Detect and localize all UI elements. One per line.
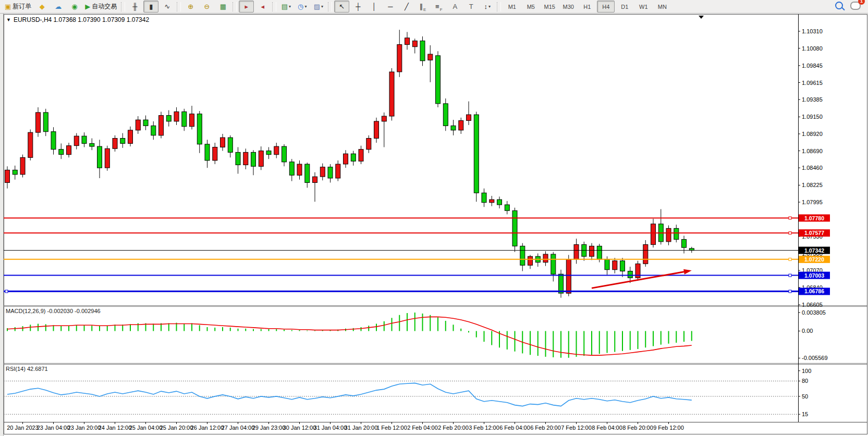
line-chart-button[interactable]: ∿ xyxy=(160,1,175,13)
auto-scroll-icon: ▸ xyxy=(245,3,249,10)
equidistant-channel-button[interactable]: ∥E xyxy=(415,1,430,13)
axis-tick-label: 1.09385 xyxy=(802,96,823,103)
chevron-down-icon[interactable]: ▾ xyxy=(304,4,307,9)
zoom-out-icon: ⊖ xyxy=(204,3,210,10)
time-label: 1 Feb 12:00 xyxy=(376,425,407,431)
time-label: 8 Feb 04:00 xyxy=(592,425,622,431)
toolbar-separator xyxy=(121,2,125,11)
price-badge-label: 1.07220 xyxy=(804,256,824,263)
zoom-in-button[interactable]: ⊕ xyxy=(183,1,198,13)
chart-title: ▼ EURUSD-,H4 1.07368 1.07390 1.07309 1.0… xyxy=(6,16,149,23)
time-label: 6 Feb 20:00 xyxy=(530,425,561,431)
chart-menu-arrow-icon[interactable]: ▼ xyxy=(6,17,11,22)
axis-tick-label: 1.06605 xyxy=(802,302,823,308)
vertical-line-button[interactable]: │ xyxy=(366,1,382,13)
toolbar-group: ⊕⊖▦ xyxy=(182,1,231,13)
toolbar-separator xyxy=(233,2,237,11)
chevron-down-icon[interactable]: ▾ xyxy=(321,4,323,9)
timeframe-m30-button[interactable]: M30 xyxy=(559,1,577,13)
timeframe-m15-button[interactable]: M15 xyxy=(541,1,558,13)
line-handle-icon[interactable] xyxy=(789,232,791,234)
time-label: 7 Feb 12:00 xyxy=(561,425,592,431)
text-icon: A xyxy=(453,3,457,10)
chart-canvas: 1.103101.100801.098451.096151.093851.091… xyxy=(0,0,868,436)
crosshair-button[interactable]: ┼ xyxy=(350,1,365,13)
toolbar-group: M1M5M15M30H1H4D1W1MN xyxy=(503,1,671,13)
toolbar: ▣新订单◆☁◉▶自动交易╫▮∿⊕⊖▦▸◂▤▾◷▾▨▾↖┼│─╱∥E≡FAT↕▾M… xyxy=(0,0,868,14)
line-handle-icon[interactable] xyxy=(789,274,791,277)
toolbar-separator xyxy=(177,2,181,11)
candlestick-chart-button[interactable]: ▮ xyxy=(143,1,158,13)
timeframe-d1-button[interactable]: D1 xyxy=(616,1,633,13)
tile-windows-icon: ▦ xyxy=(220,3,226,10)
gold-button[interactable]: ◆ xyxy=(34,1,50,13)
arrows-button[interactable]: ↕▾ xyxy=(480,1,495,13)
horizontal-line-button[interactable]: ─ xyxy=(383,1,398,13)
time-label: 3 Feb 12:00 xyxy=(469,425,499,431)
trendline-icon: ╱ xyxy=(405,3,409,10)
timeframe-mn-button[interactable]: MN xyxy=(653,1,671,13)
icon-sub-letter: F xyxy=(440,7,443,12)
toolbar-group: ↖┼│─╱∥E≡FAT↕▾ xyxy=(334,1,495,13)
line-handle-icon[interactable] xyxy=(789,258,791,260)
text-button[interactable]: A xyxy=(447,1,462,13)
toolbar-group: ▣新订单◆☁◉▶自动交易 xyxy=(2,1,119,13)
toolbar-group: ╫▮∿ xyxy=(127,1,175,13)
text-label-button[interactable]: T xyxy=(463,1,479,13)
price-badge-label: 1.07780 xyxy=(804,215,824,221)
axis-tick-label: 1.08920 xyxy=(802,131,823,137)
time-label: 23 Jan 04:00 xyxy=(37,425,70,431)
line-handle-icon[interactable] xyxy=(789,290,791,293)
chevron-down-icon[interactable]: ▾ xyxy=(488,4,491,9)
timeframe-m5-button[interactable]: M5 xyxy=(522,1,540,13)
arrows-icon: ↕ xyxy=(484,3,488,10)
template-icon: ▨ xyxy=(314,3,320,10)
trendline-button[interactable]: ╱ xyxy=(399,1,414,13)
axis-tick-label: 1.09150 xyxy=(802,114,823,120)
tile-windows-button[interactable]: ▦ xyxy=(215,1,230,13)
new-chart-icon: ▤ xyxy=(282,3,288,10)
toolbar-group: ▸◂ xyxy=(238,1,271,13)
cursor-icon: ↖ xyxy=(339,3,345,10)
time-label: 26 Jan 12:00 xyxy=(191,425,224,431)
signals-button[interactable]: ◉ xyxy=(67,1,82,13)
line-handle-icon[interactable] xyxy=(789,217,791,219)
price-badge-label: 1.07577 xyxy=(804,230,824,236)
axis-tick-label: 1.09615 xyxy=(802,80,823,86)
axis-tick-label: 0.003805 xyxy=(802,309,826,316)
toolbar-right: 1 xyxy=(835,2,861,12)
bar-chart-button[interactable]: ╫ xyxy=(127,1,142,13)
cursor-button[interactable]: ↖ xyxy=(334,1,349,13)
search-button[interactable] xyxy=(835,2,843,11)
timeframe-w1-button[interactable]: W1 xyxy=(634,1,652,13)
fibonacci-button[interactable]: ≡F xyxy=(431,1,446,13)
chevron-down-icon[interactable]: ▾ xyxy=(289,4,291,9)
profiles-button[interactable]: ◷▾ xyxy=(295,1,310,13)
rsi-indicator-label: RSI(14) 42.6871 xyxy=(6,366,48,372)
axis-tick-label: 0.00 xyxy=(802,328,813,334)
timeframe-h4-button[interactable]: H4 xyxy=(597,1,615,13)
time-label: 25 Jan 04:00 xyxy=(129,425,163,431)
axis-tick-label: 15 xyxy=(802,411,808,417)
price-badge-label: 1.06786 xyxy=(804,288,824,294)
time-label: 2 Feb 20:00 xyxy=(438,425,469,431)
chart-shift-button[interactable]: ◂ xyxy=(255,1,270,13)
notifications-button[interactable]: 1 xyxy=(850,2,861,12)
price-badge-label: 1.07342 xyxy=(804,247,824,254)
autotrading-button[interactable]: ▶自动交易 xyxy=(83,1,119,13)
line-handle-icon[interactable] xyxy=(5,290,8,293)
timeframe-m1-button[interactable]: M1 xyxy=(503,1,521,13)
new-chart-button[interactable]: ▤▾ xyxy=(278,1,294,13)
templates-button[interactable]: ▨▾ xyxy=(311,1,326,13)
community-button[interactable]: ☁ xyxy=(51,1,66,13)
channel-icon: ∥ xyxy=(419,3,423,10)
timeframe-h1-button[interactable]: H1 xyxy=(578,1,596,13)
zoom-out-button[interactable]: ⊖ xyxy=(199,1,214,13)
auto-scroll-button[interactable]: ▸ xyxy=(239,1,254,13)
new-order-button[interactable]: ▣新订单 xyxy=(3,1,33,13)
time-label: 23 Jan 20:00 xyxy=(68,425,101,431)
icon-sub-letter: E xyxy=(423,7,426,12)
axis-tick-label: 1.08460 xyxy=(802,165,823,171)
axis-tick-label: 80 xyxy=(802,378,808,384)
crosshair-icon: ┼ xyxy=(356,3,360,10)
